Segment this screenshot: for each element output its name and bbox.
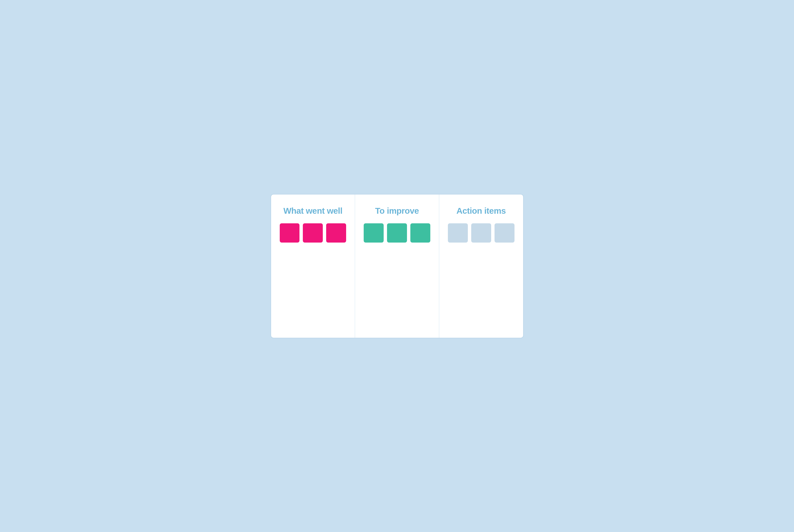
card-teal-3[interactable]: [410, 223, 430, 243]
card-lightblue-2[interactable]: [471, 223, 491, 243]
card-lightblue-3[interactable]: [495, 223, 515, 243]
column-what-went-well: What went well: [271, 194, 355, 338]
card-teal-2[interactable]: [387, 223, 407, 243]
column-title-action-items: Action items: [448, 206, 515, 216]
outer-frame: What went well To improve Action items: [265, 188, 530, 344]
cards-row-to-improve: [364, 223, 430, 243]
cards-row-action-items: [448, 223, 515, 243]
column-title-to-improve: To improve: [364, 206, 430, 216]
column-title-what-went-well: What went well: [280, 206, 346, 216]
column-action-items: Action items: [439, 194, 523, 338]
card-pink-1[interactable]: [280, 223, 300, 243]
card-lightblue-1[interactable]: [448, 223, 468, 243]
cards-row-what-went-well: [280, 223, 346, 243]
column-to-improve: To improve: [355, 194, 439, 338]
card-pink-3[interactable]: [326, 223, 346, 243]
card-teal-1[interactable]: [364, 223, 384, 243]
retro-board: What went well To improve Action items: [271, 194, 524, 338]
card-pink-2[interactable]: [303, 223, 323, 243]
